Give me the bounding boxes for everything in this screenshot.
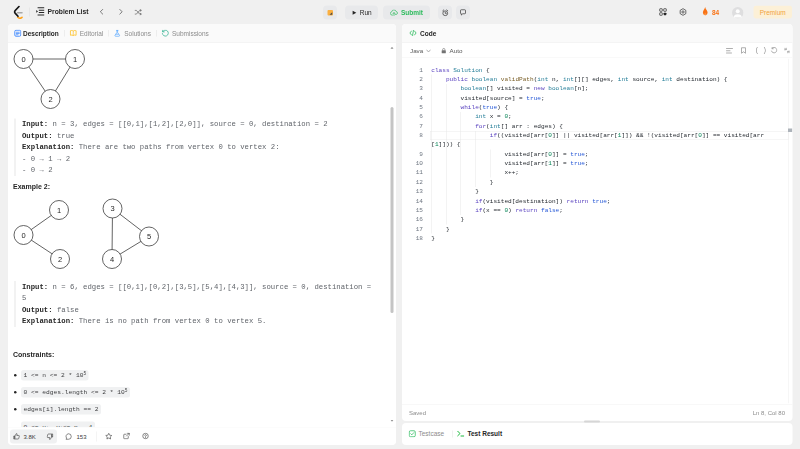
svg-text:5: 5 <box>147 232 151 241</box>
svg-text:4: 4 <box>110 255 114 264</box>
svg-text:0: 0 <box>21 231 25 240</box>
svg-text:0: 0 <box>21 55 25 64</box>
svg-text:3: 3 <box>110 204 114 213</box>
svg-text:1: 1 <box>73 55 77 64</box>
svg-text:2: 2 <box>48 95 52 104</box>
svg-text:2: 2 <box>58 255 62 264</box>
svg-text:1: 1 <box>57 206 61 215</box>
